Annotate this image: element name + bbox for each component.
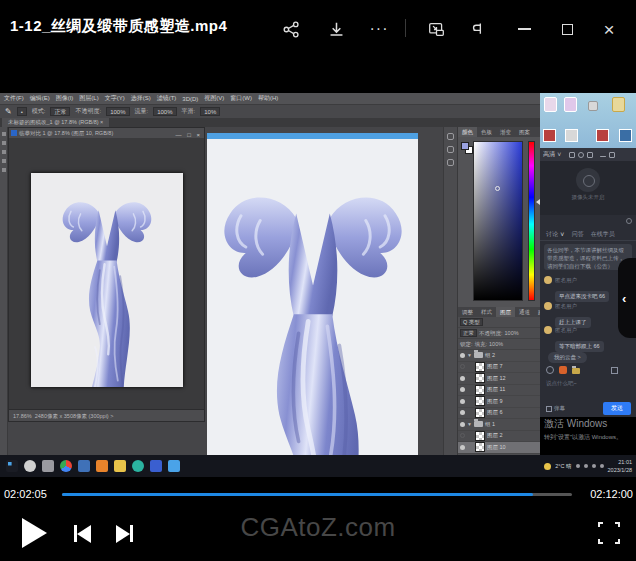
layer-thumbnail [475,431,485,441]
taskbar-tray: 2°C 晴 21:01 2023/1/28 [544,458,636,475]
eye-icon [460,387,465,392]
tray-icon [584,464,588,468]
eye-icon-off [460,364,465,369]
tab-qa: 问答 [572,230,584,239]
emoji-icon [546,366,554,374]
layer-row-group2: ▼组 2 [458,350,540,362]
layer-thumbnail [475,385,485,395]
hue-slider [528,141,535,301]
ps-doc-icon [11,130,17,136]
layer-thumbnail [475,396,485,406]
desktop-icon [564,97,577,112]
teacher-camera-area: 摄像头未开启 [540,161,636,215]
chat-input: 说点什么吧~ [546,380,577,387]
layer-opacity-value: 100% [505,330,519,336]
floating-window-statusbar: 17.86% 2480像素 x 3508像素 (300ppi) > [9,409,204,421]
layer-filter-type: Q 类型 [460,318,483,326]
camera-off-icon [576,168,600,192]
menu-help: 帮助(H) [258,94,278,103]
chat-toolbar [546,366,618,374]
layer-opacity-label: 不透明度: [479,330,503,337]
camera-off-hint: 摄像头未开启 [540,194,636,201]
flow-label: 流量: [135,107,149,116]
settings-gear-icon [626,218,632,224]
share-screen-icon [569,152,575,158]
folder-upload-icon [572,368,580,374]
ps-panels-column: 颜色 色板 渐变 图案 调整 样式 图层 [457,127,540,455]
eye-icon [460,445,465,450]
mini-player-icon[interactable] [423,18,449,40]
menu-edit: 编辑(E) [30,94,50,103]
danmaku-checkbox: 弹幕 [546,405,565,412]
pin-icon[interactable] [466,18,492,40]
minimize-icon[interactable] [511,18,537,40]
start-button-icon [6,460,18,472]
maximize-icon[interactable] [554,18,580,40]
panel-dock-icons [443,127,457,455]
opacity-value: 100% [106,107,129,116]
fullscreen-button[interactable] [598,522,620,544]
folder-icon [474,421,483,427]
eye-icon [460,376,465,381]
opacity-label: 不透明度: [75,107,101,116]
layer-row: 图层 6 [458,408,540,420]
layer-thumbnail [475,373,485,383]
layer-panel-tabs: 调整 样式 图层 通道 路径 [458,307,540,317]
layer-row: 图层 12 [458,373,540,385]
floating-document-window: 临摹对比 1 @ 17.8% (图层 10, RGB/8) — □ × 17.8… [8,127,205,422]
tab-online-students: 在线学员 [591,230,615,239]
ps-tab-bar: 未标题的图稿改_1 @ 17.8% (RGB/8) × [0,118,540,127]
desktop-icon [588,101,598,111]
panel-collapse-button: ‹ [618,258,636,338]
eye-icon [460,410,465,415]
layer-row: 图层 11 [458,385,540,397]
more-icon[interactable]: ··· [366,18,392,40]
close-icon[interactable]: × [596,18,622,40]
document-dimensions: 2480像素 x 3508像素 (300ppi) > [35,413,114,419]
menu-3d: 3D(D) [182,96,198,102]
fill-value: 100% [489,341,503,347]
lock-label: 锁定: [460,341,473,348]
current-time: 02:02:05 [4,488,47,500]
panel-minimize-icon [600,156,606,157]
tab-swatches: 色板 [477,127,496,137]
document-tab: 未标题的图稿改_1 @ 17.8% (RGB/8) × [2,118,109,127]
color-picker-panel [458,137,540,307]
blend-mode-select: 正常 [460,329,477,337]
layer-thumbnail [475,362,485,372]
weather-text: 2°C 晴 [555,463,571,470]
color-cursor [495,186,500,191]
send-row: 弹幕 发送 [540,400,636,417]
layers-panel: Q 类型 正常 不透明度: 100% 锁定: 填充: 100% ▼组 2 图 [458,317,540,455]
dress-artwork-small [47,173,167,387]
grid-icon [611,367,618,374]
floating-window-titlebar: 临摹对比 1 @ 17.8% (图层 10, RGB/8) — □ × [9,128,204,138]
menu-file: 文件(F) [4,94,24,103]
tab-layers: 图层 [496,307,515,317]
image-upload-icon [559,366,567,374]
layer-row: 图层 7 [458,362,540,374]
layer-row: 图层 2 [458,431,540,443]
tab-adjustments: 调整 [458,307,477,317]
smooth-label: 平滑: [182,107,196,116]
eye-icon [460,399,465,404]
desktop-background [540,93,636,148]
progress-bar[interactable] [62,493,572,496]
eye-icon [460,353,465,358]
brush-preset: • [17,107,27,116]
download-icon[interactable] [323,18,349,40]
video-frame[interactable]: 文件(F) 编辑(E) 图像(I) 图层(L) 文字(Y) 选择(S) 滤镜(T… [0,55,636,480]
tray-icon [592,464,596,468]
share-icon[interactable] [278,18,304,40]
progress-fill [62,493,533,496]
eye-icon-off [460,433,465,438]
photoshop-app: 文件(F) 编辑(E) 图像(I) 图层(L) 文字(Y) 选择(S) 滤镜(T… [0,93,540,455]
chat-tabs: 讨论 ∨ 问答 在线学员 [540,228,636,241]
menu-view: 视图(V) [204,94,224,103]
player-controls: 02:02:05 02:12:00 CGAtoZ.com [0,480,636,561]
reference-artboard [31,173,183,387]
site-watermark: CGAtoZ.com [0,512,636,543]
photo-thumbnail [619,129,632,142]
tab-gradients: 渐变 [496,127,515,137]
floating-window-buttons: — □ × [176,130,202,138]
